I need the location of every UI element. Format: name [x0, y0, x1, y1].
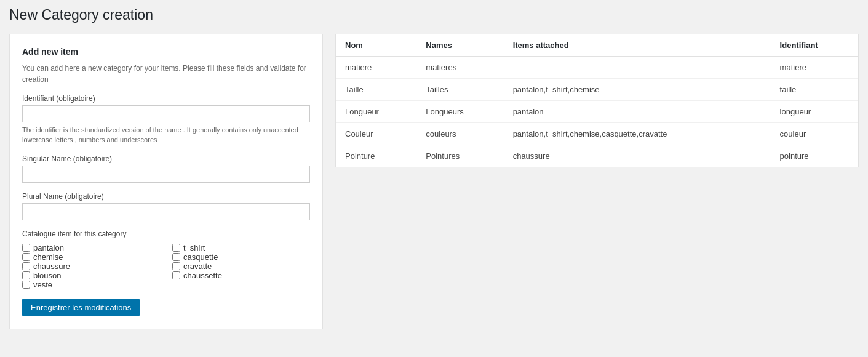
list-item: blouson: [22, 271, 160, 280]
checkbox-casquette[interactable]: [172, 253, 180, 261]
cell-names: Longueurs: [416, 100, 503, 122]
content-layout: Add new item You can add here a new cate…: [9, 34, 859, 329]
checkbox-label-blouson: blouson: [33, 271, 62, 280]
list-item: chaussette: [172, 271, 310, 280]
table-header-row: Nom Names Items attached Identifiant: [336, 34, 858, 57]
cell-nom: Taille: [336, 78, 416, 100]
checkboxes-grid: pantalon chemise chaussure blouson: [22, 243, 310, 289]
page-title: New Category creation: [9, 6, 859, 25]
singular-input[interactable]: [22, 166, 310, 183]
cell-names: couleurs: [416, 122, 503, 145]
cell-identifiant: pointure: [771, 145, 858, 167]
cell-identifiant: couleur: [771, 122, 858, 145]
checkbox-col1: pantalon chemise chaussure blouson: [22, 243, 160, 289]
list-item: t_shirt: [172, 243, 310, 252]
checkbox-label-casquette: casquette: [183, 252, 218, 262]
table-row: Couleur couleurs pantalon,t_shirt,chemis…: [336, 122, 858, 145]
save-button[interactable]: Enregistrer les modifications: [22, 299, 140, 316]
cell-names: Tailles: [416, 78, 503, 100]
cell-items-attached: pantalon: [504, 100, 771, 122]
table-row: Longueur Longueurs pantalon longueur: [336, 100, 858, 122]
checkbox-label-chemise: chemise: [33, 252, 63, 262]
checkbox-blouson[interactable]: [22, 271, 30, 279]
categories-table: Nom Names Items attached Identifiant mat…: [336, 34, 858, 167]
cell-names: Pointures: [416, 145, 503, 167]
list-item: chaussure: [22, 262, 160, 271]
identifiant-field-group: Identifiant (obligatoire) The identifier…: [22, 94, 310, 145]
cell-items-attached: [504, 56, 771, 78]
cell-identifiant: longueur: [771, 100, 858, 122]
checkbox-label-t-shirt: t_shirt: [183, 243, 205, 252]
checkbox-label-cravatte: cravatte: [183, 262, 212, 271]
checkbox-pantalon[interactable]: [22, 244, 30, 252]
list-item: chemise: [22, 252, 160, 262]
checkbox-col2: t_shirt casquette cravatte chausset: [172, 243, 310, 289]
col-header-items: Items attached: [504, 34, 771, 57]
cell-identifiant: matiere: [771, 56, 858, 78]
right-panel: Nom Names Items attached Identifiant mat…: [335, 34, 859, 167]
cell-nom: matiere: [336, 56, 416, 78]
checkbox-label-chaussure: chaussure: [33, 262, 70, 271]
checkbox-chaussette[interactable]: [172, 271, 180, 279]
singular-field-group: Singular Name (obligatoire): [22, 154, 310, 183]
cell-identifiant: taille: [771, 78, 858, 100]
cell-items-attached: chaussure: [504, 145, 771, 167]
checkbox-veste[interactable]: [22, 281, 30, 289]
cell-nom: Longueur: [336, 100, 416, 122]
left-panel: Add new item You can add here a new cate…: [9, 34, 323, 329]
checkbox-t-shirt[interactable]: [172, 244, 180, 252]
catalogue-section: Catalogue item for this category pantalo…: [22, 230, 310, 289]
table-row: matiere matieres matiere: [336, 56, 858, 78]
list-item: casquette: [172, 252, 310, 262]
cell-nom: Couleur: [336, 122, 416, 145]
table-row: Pointure Pointures chaussure pointure: [336, 145, 858, 167]
cell-names: matieres: [416, 56, 503, 78]
table-row: Taille Tailles pantalon,t_shirt,chemise …: [336, 78, 858, 100]
checkbox-cravatte[interactable]: [172, 262, 180, 270]
list-item: veste: [22, 280, 160, 289]
list-item: pantalon: [22, 243, 160, 252]
identifiant-label: Identifiant (obligatoire): [22, 94, 310, 103]
cell-nom: Pointure: [336, 145, 416, 167]
cell-items-attached: pantalon,t_shirt,chemise: [504, 78, 771, 100]
section-title: Add new item: [22, 47, 310, 57]
checkbox-chemise[interactable]: [22, 253, 30, 261]
plural-label: Plural Name (obligatoire): [22, 192, 310, 201]
plural-input[interactable]: [22, 203, 310, 220]
singular-label: Singular Name (obligatoire): [22, 154, 310, 163]
cell-items-attached: pantalon,t_shirt,chemise,casquette,crava…: [504, 122, 771, 145]
identifiant-hint: The identifier is the standardized versi…: [22, 125, 310, 145]
identifiant-input[interactable]: [22, 105, 310, 122]
plural-field-group: Plural Name (obligatoire): [22, 192, 310, 220]
checkbox-label-pantalon: pantalon: [33, 243, 64, 252]
checkbox-chaussure[interactable]: [22, 262, 30, 270]
list-item: cravatte: [172, 262, 310, 271]
description-text: You can add here a new category for your…: [22, 63, 310, 85]
checkbox-label-veste: veste: [33, 280, 52, 289]
catalogue-label: Catalogue item for this category: [22, 230, 310, 238]
page-wrapper: New Category creation Add new item You c…: [0, 0, 868, 335]
checkbox-label-chaussette: chaussette: [183, 271, 222, 280]
col-header-nom: Nom: [336, 34, 416, 57]
col-header-identifiant: Identifiant: [771, 34, 858, 57]
col-header-names: Names: [416, 34, 503, 57]
